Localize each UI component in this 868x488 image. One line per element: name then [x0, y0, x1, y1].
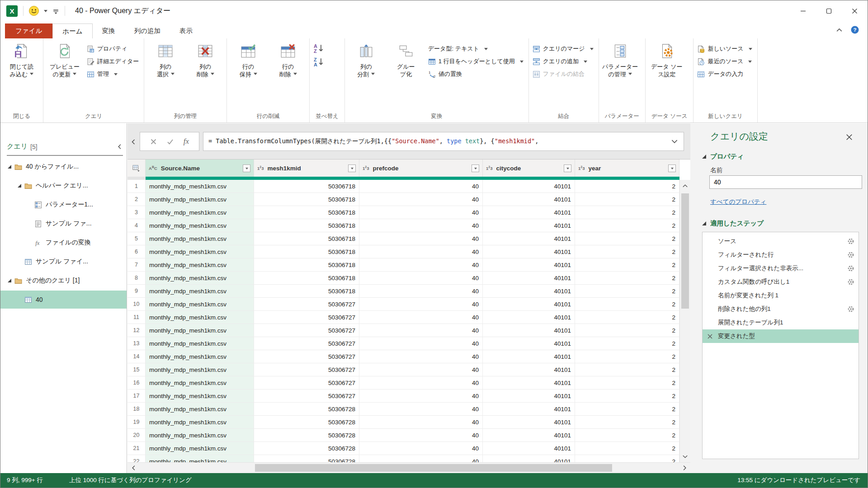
cell-year[interactable]: 2 [575, 324, 679, 337]
column-header-citycode[interactable]: 123citycode [483, 160, 575, 177]
cell-prefcode[interactable]: 40 [359, 324, 483, 337]
gear-icon[interactable] [847, 278, 854, 286]
split-column-button[interactable]: 列の分割 [346, 39, 386, 78]
cell-citycode[interactable]: 40101 [483, 376, 575, 389]
row-number[interactable]: 22 [127, 455, 146, 462]
row-number[interactable]: 21 [127, 442, 146, 455]
row-number[interactable]: 19 [127, 416, 146, 429]
cell-year[interactable]: 2 [575, 403, 679, 416]
help-button[interactable]: ? [850, 25, 859, 34]
applied-step-0[interactable]: ソース [703, 235, 859, 248]
cell-year[interactable]: 2 [575, 219, 679, 232]
applied-step-2[interactable]: フィルター選択された非表示... [703, 262, 859, 275]
cell-year[interactable]: 2 [575, 442, 679, 455]
all-properties-link[interactable]: すべてのプロパティ [710, 198, 766, 206]
cell-mesh1kmid[interactable]: 50306718 [254, 258, 359, 272]
cell-year[interactable]: 2 [575, 416, 679, 429]
cell-year[interactable]: 2 [575, 363, 679, 376]
gear-icon[interactable] [847, 251, 854, 258]
cell-prefcode[interactable]: 40 [359, 258, 483, 272]
formula-confirm-button[interactable] [167, 138, 174, 145]
applied-step-7[interactable]: 変更された型 [703, 329, 859, 343]
cell-prefcode[interactable]: 40 [359, 206, 483, 219]
gear-icon[interactable] [847, 265, 854, 272]
applied-step-1[interactable]: フィルターされた行 [703, 248, 859, 262]
cell-mesh1kmid[interactable]: 50306718 [254, 219, 359, 232]
minimize-button[interactable] [790, 0, 816, 21]
query-tree-item--[interactable]: fxファイルの変換 [0, 234, 127, 252]
maximize-button[interactable] [816, 0, 842, 21]
delete-step-icon[interactable] [707, 333, 713, 340]
cell-Source.Name[interactable]: monthly_mdp_mesh1km.csv [146, 389, 254, 403]
remove-rows-button[interactable]: 行の削除 [268, 39, 308, 78]
cell-year[interactable]: 2 [575, 389, 679, 403]
close-and-load-button[interactable]: 閉じて読み込む [2, 39, 42, 78]
cell-Source.Name[interactable]: monthly_mdp_mesh1km.csv [146, 455, 254, 462]
cell-citycode[interactable]: 40101 [483, 442, 575, 455]
row-number[interactable]: 11 [127, 311, 146, 324]
cell-mesh1kmid[interactable]: 50306727 [254, 337, 359, 350]
profiling-status[interactable]: 上位 1000 行に基づく列のプロファイリング [69, 476, 192, 484]
cell-mesh1kmid[interactable]: 50306728 [254, 442, 359, 455]
cell-mesh1kmid[interactable]: 50306718 [254, 232, 359, 245]
filter-dropdown-icon[interactable] [243, 164, 250, 172]
data-source-settings-button[interactable]: データ ソース設定 [647, 39, 687, 78]
cell-prefcode[interactable]: 40 [359, 376, 483, 389]
horizontal-scrollbar-thumb[interactable] [255, 464, 612, 472]
applied-step-5[interactable]: 削除された他の列1 [703, 302, 859, 316]
cell-Source.Name[interactable]: monthly_mdp_mesh1km.csv [146, 298, 254, 311]
table-corner-menu[interactable] [127, 160, 146, 177]
combine-files-button[interactable]: ファイルの結合 [533, 70, 585, 78]
row-number[interactable]: 3 [127, 206, 146, 219]
cell-Source.Name[interactable]: monthly_mdp_mesh1km.csv [146, 311, 254, 324]
cell-year[interactable]: 2 [575, 206, 679, 219]
cell-mesh1kmid[interactable]: 50306718 [254, 206, 359, 219]
filter-dropdown-icon[interactable] [564, 164, 571, 172]
manage-button[interactable]: 管理 [87, 70, 118, 78]
advanced-editor-button[interactable]: 詳細エディター [87, 57, 139, 66]
scroll-right-button[interactable] [679, 463, 690, 473]
expanded-triangle-icon[interactable] [8, 165, 11, 169]
refresh-preview-button[interactable]: プレビューの更新 [45, 39, 85, 78]
formula-input[interactable]: = Table.TransformColumnTypes(展開されたテーブル列1… [203, 132, 684, 151]
properties-section-header[interactable]: プロパティ [702, 152, 744, 161]
tab-列の追加[interactable]: 列の追加 [125, 23, 170, 38]
use-first-row-as-headers-button[interactable]: 1 行目をヘッダーとして使用 [428, 57, 524, 66]
column-header-Source.Name[interactable]: ABCSource.Name [146, 160, 254, 177]
filter-dropdown-icon[interactable] [472, 164, 479, 172]
cell-Source.Name[interactable]: monthly_mdp_mesh1km.csv [146, 232, 254, 245]
query-tree-item--1-[interactable]: パラメーター1... [0, 196, 127, 214]
query-tree-item--[interactable]: サンプル ファ... [0, 215, 127, 233]
cell-prefcode[interactable]: 40 [359, 180, 483, 193]
cell-mesh1kmid[interactable]: 50306727 [254, 376, 359, 389]
cell-prefcode[interactable]: 40 [359, 219, 483, 232]
cell-prefcode[interactable]: 40 [359, 337, 483, 350]
query-name-input[interactable] [709, 175, 862, 189]
cell-citycode[interactable]: 40101 [483, 258, 575, 272]
cell-citycode[interactable]: 40101 [483, 455, 575, 462]
row-number[interactable]: 16 [127, 376, 146, 389]
cell-Source.Name[interactable]: monthly_mdp_mesh1km.csv [146, 272, 254, 285]
cell-citycode[interactable]: 40101 [483, 337, 575, 350]
gear-icon[interactable] [847, 238, 854, 245]
cell-prefcode[interactable]: 40 [359, 245, 483, 258]
manage-parameters-button[interactable]: パラメーターの管理 [600, 39, 640, 78]
cell-citycode[interactable]: 40101 [483, 350, 575, 363]
cell-year[interactable]: 2 [575, 311, 679, 324]
quick-access-toolbar-dropdown[interactable] [52, 7, 60, 15]
cell-year[interactable]: 2 [575, 245, 679, 258]
cell-mesh1kmid[interactable]: 50306728 [254, 416, 359, 429]
row-number[interactable]: 4 [127, 219, 146, 232]
vertical-scrollbar[interactable] [679, 180, 690, 462]
row-number[interactable]: 5 [127, 232, 146, 245]
cell-mesh1kmid[interactable]: 50306727 [254, 311, 359, 324]
cell-mesh1kmid[interactable]: 50306727 [254, 324, 359, 337]
row-number[interactable]: 1 [127, 180, 146, 193]
tab-ホーム[interactable]: ホーム [52, 23, 92, 38]
cell-Source.Name[interactable]: monthly_mdp_mesh1km.csv [146, 285, 254, 298]
tab-変換[interactable]: 変換 [93, 23, 125, 38]
cell-year[interactable]: 2 [575, 193, 679, 206]
cell-Source.Name[interactable]: monthly_mdp_mesh1km.csv [146, 258, 254, 272]
formula-cancel-button[interactable] [150, 138, 157, 145]
cell-year[interactable]: 2 [575, 272, 679, 285]
